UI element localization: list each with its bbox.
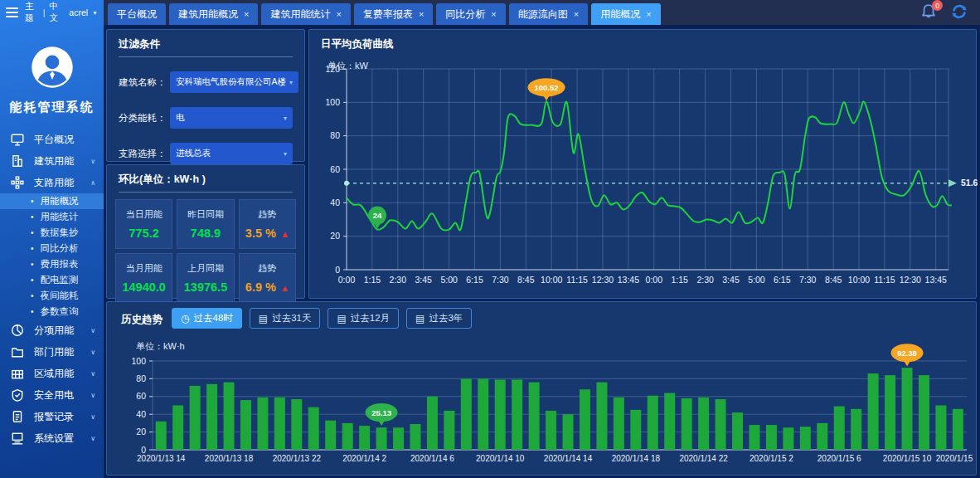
hamburger-menu-icon[interactable] [6, 7, 18, 17]
trend-up-icon: ▲ [280, 283, 289, 293]
tab-close-icon[interactable]: × [491, 9, 496, 19]
svg-text:10:00: 10:00 [541, 275, 562, 285]
filter-select-value: 进线总表 [176, 148, 211, 159]
bullet-icon: • [31, 292, 34, 300]
svg-text:60: 60 [136, 391, 146, 401]
svg-text:2020/1/15: 2020/1/15 [936, 454, 973, 463]
svg-text:80: 80 [136, 373, 146, 383]
filter-select-value: 安科瑞电气股份有限公司A楼 [176, 76, 286, 88]
bullet-icon: • [31, 245, 34, 253]
trend-value: 6.9 % [245, 280, 276, 294]
bar-1 [172, 406, 183, 451]
ratio-panel-title: 环比(单位：kW·h ) [107, 165, 304, 193]
stat-grid: 当日用能775.2昨日同期748.9趋势3.5 %▲当月用能14940.0上月同… [107, 193, 304, 310]
sidebar-subitem-参数查询[interactable]: •参数查询 [0, 304, 104, 319]
bar-44 [902, 368, 913, 450]
sidebar-item-分项用能[interactable]: 分项用能∨ [0, 319, 104, 341]
sidebar-subitem-label: 配电监测 [41, 274, 79, 286]
sidebar-subitem-label: 费用报表 [41, 258, 79, 271]
tab-close-icon[interactable]: × [244, 9, 249, 19]
bar-38 [800, 427, 811, 450]
language-switch[interactable]: 中文 [50, 1, 64, 24]
bullet-icon: • [31, 308, 34, 316]
svg-text:20: 20 [136, 427, 146, 437]
svg-text:1:15: 1:15 [364, 275, 381, 285]
tab-close-icon[interactable]: × [419, 9, 424, 19]
tab-同比分析[interactable]: 同比分析× [436, 3, 505, 25]
svg-text:40: 40 [330, 198, 340, 207]
bar-34 [732, 412, 743, 450]
sidebar-subitem-夜间能耗[interactable]: •夜间能耗 [0, 288, 104, 304]
bar-45 [919, 375, 929, 450]
filter-panel-title: 过滤条件 [107, 30, 304, 57]
sidebar-item-报警记录[interactable]: 报警记录∨ [0, 406, 104, 427]
tab-能源流向图[interactable]: 能源流向图× [509, 3, 588, 25]
bar-24 [563, 414, 574, 450]
bar-14 [393, 427, 404, 450]
settings-icon [11, 432, 24, 445]
tab-label: 用能概况 [600, 7, 640, 22]
trend-up-icon: ▲ [280, 229, 289, 239]
sidebar-subitem-label: 用能概况 [41, 195, 79, 207]
sidebar-subitem-label: 参数查询 [41, 305, 79, 318]
svg-text:6:15: 6:15 [774, 275, 791, 285]
sidebar-item-建筑用能[interactable]: 建筑用能∨ [0, 150, 104, 172]
sidebar-subitem-费用报表[interactable]: •费用报表 [0, 256, 104, 272]
sidebar-subitem-配电监测[interactable]: •配电监测 [0, 272, 104, 288]
notification-bell-icon[interactable]: 0 [919, 2, 938, 21]
svg-text:60: 60 [330, 164, 340, 174]
sidebar-subitem-数据集抄[interactable]: •数据集抄 [0, 225, 104, 241]
sidebar-item-区域用能[interactable]: 区域用能∨ [0, 363, 104, 384]
user-menu[interactable]: acrel [69, 7, 88, 17]
refresh-icon[interactable] [950, 2, 968, 21]
sidebar-item-部门用能[interactable]: 部门用能∨ [0, 341, 104, 363]
svg-text:80: 80 [330, 130, 340, 140]
chevron-down-icon: ∨ [90, 370, 95, 378]
tab-建筑用能统计[interactable]: 建筑用能统计× [261, 3, 350, 25]
sidebar-subitem-用能统计[interactable]: •用能统计 [0, 209, 104, 225]
tab-复费率报表[interactable]: 复费率报表× [354, 3, 433, 25]
sidebar-item-安全用电[interactable]: 安全用电∨ [0, 384, 104, 406]
chevron-down-icon[interactable]: ▼ [92, 10, 98, 16]
topbar: 平台概况建筑用能概况×建筑用能统计×复费率报表×同比分析×能源流向图×用能概况×… [104, 0, 980, 25]
sidebar-item-label: 平台概况 [34, 133, 74, 147]
sidebar: 主题 | 中文 acrel ▼ 能耗管理系统 平台概况建筑用能∨支路用能∧•用能… [0, 0, 104, 478]
sidebar-item-支路用能[interactable]: 支路用能∧ [0, 172, 104, 193]
tab-建筑用能概况[interactable]: 建筑用能概况× [169, 3, 258, 25]
filter-select[interactable]: 安科瑞电气股份有限公司A楼▾ [170, 71, 298, 93]
sidebar-item-平台概况[interactable]: 平台概况 [0, 129, 104, 150]
sidebar-subitem-用能概况[interactable]: •用能概况 [0, 193, 104, 209]
svg-text:100: 100 [325, 97, 340, 107]
filter-fields: 建筑名称：安科瑞电气股份有限公司A楼▾分类能耗：电▾支路选择：进线总表▾ [107, 71, 304, 164]
history-bar-chart: 0204060801002020/1/13 142020/1/13 182020… [107, 302, 978, 476]
tab-用能概况[interactable]: 用能概况× [591, 3, 660, 25]
sidebar-item-label: 报警记录 [34, 410, 74, 424]
svg-text:7:30: 7:30 [492, 275, 509, 285]
filter-select[interactable]: 进线总表▾ [170, 143, 293, 164]
tab-close-icon[interactable]: × [574, 9, 579, 19]
stat-card-value: 13976.5 [184, 280, 227, 294]
filter-row: 分类能耗：电▾ [107, 107, 304, 129]
filter-select[interactable]: 电▾ [170, 107, 293, 129]
tab-close-icon[interactable]: × [646, 9, 651, 19]
sidebar-subitem-label: 夜间能耗 [41, 290, 79, 302]
bar-8 [291, 399, 302, 450]
stat-card: 上月同期13976.5 [177, 253, 234, 303]
sidebar-subitem-同比分析[interactable]: •同比分析 [0, 241, 104, 256]
svg-text:2:30: 2:30 [390, 275, 407, 285]
chevron-down-icon: ∨ [90, 158, 95, 165]
svg-text:5:00: 5:00 [748, 275, 765, 285]
sidebar-item-系统设置[interactable]: 系统设置∨ [0, 427, 104, 449]
stat-card-label: 当月用能 [126, 262, 163, 275]
history-panel: 历史趋势 ◷过去48时▤过去31天▤过去12月▤过去3年 单位：kW·h 020… [106, 301, 977, 476]
svg-text:100: 100 [131, 356, 146, 366]
theme-switch[interactable]: 主题 [25, 1, 39, 24]
bar-21 [512, 379, 522, 450]
bullet-icon: • [31, 198, 34, 206]
tab-平台概况[interactable]: 平台概况 [108, 3, 166, 25]
sidebar-subitem-label: 同比分析 [41, 242, 79, 255]
tab-close-icon[interactable]: × [336, 9, 341, 19]
svg-text:8:45: 8:45 [517, 275, 535, 285]
svg-text:2020/1/14 14: 2020/1/14 14 [544, 454, 593, 463]
svg-text:13:45: 13:45 [925, 275, 947, 285]
